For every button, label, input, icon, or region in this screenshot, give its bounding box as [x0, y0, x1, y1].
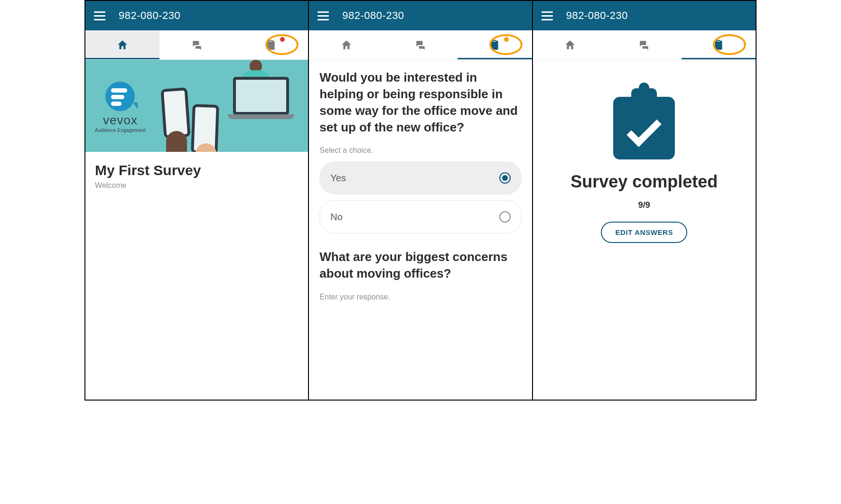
home-icon	[340, 39, 353, 51]
brand-name: vevox	[95, 113, 146, 128]
clipboard-icon	[265, 39, 277, 51]
tab-home[interactable]	[85, 30, 159, 59]
tab-bar	[533, 30, 756, 60]
tab-qa[interactable]	[383, 30, 458, 59]
tab-bar	[85, 30, 308, 60]
edit-answers-button[interactable]: EDIT ANSWERS	[601, 222, 687, 243]
tab-qa[interactable]	[159, 30, 234, 59]
screen-home: 982-080-230 vevox Audience Engagement	[85, 1, 309, 400]
tab-home[interactable]	[533, 30, 607, 59]
hero-banner: vevox Audience Engagement	[85, 60, 308, 152]
question-text: What are your biggest concerns about mov…	[319, 249, 521, 282]
choice-label: Yes	[330, 173, 346, 184]
app-header: 982-080-230	[85, 1, 308, 30]
completion-progress: 9/9	[533, 200, 756, 210]
home-icon	[116, 39, 129, 51]
menu-icon[interactable]	[542, 9, 553, 22]
survey-subtitle: Welcome	[95, 181, 299, 190]
tab-bar	[309, 30, 532, 60]
brand-tagline: Audience Engagement	[95, 128, 146, 133]
session-id: 982-080-230	[119, 9, 180, 22]
notification-dot-icon	[504, 37, 509, 42]
radio-icon	[499, 172, 511, 184]
screen-survey-question: 982-080-230 Would you be interested in h…	[309, 1, 533, 400]
tab-survey[interactable]	[458, 30, 532, 59]
question-text: Would you be interested in helping or be…	[319, 69, 521, 136]
chat-icon	[638, 39, 650, 51]
clipboard-check-icon	[608, 88, 680, 159]
survey-title: My First Survey	[95, 162, 299, 178]
brand-logo: vevox Audience Engagement	[95, 82, 146, 133]
choice-option-yes[interactable]: Yes	[319, 161, 521, 195]
notification-dot-icon	[280, 37, 285, 42]
session-id: 982-080-230	[342, 9, 404, 22]
choice-option-no[interactable]: No	[319, 200, 521, 233]
clipboard-icon	[488, 39, 501, 51]
completion-title: Survey completed	[533, 172, 756, 192]
chat-icon	[191, 39, 203, 51]
tab-home[interactable]	[309, 30, 383, 59]
app-header: 982-080-230	[533, 1, 756, 30]
app-header: 982-080-230	[309, 1, 532, 30]
hero-hand-illustration	[166, 131, 187, 152]
screen-survey-complete: 982-080-230 Survey completed 9/9 EDIT AN…	[533, 1, 756, 400]
session-id: 982-080-230	[566, 9, 628, 22]
question-hint: Select a choice.	[319, 146, 521, 155]
menu-icon[interactable]	[318, 9, 329, 22]
clipboard-icon	[712, 39, 725, 51]
tab-qa[interactable]	[607, 30, 681, 59]
chat-icon	[414, 39, 427, 51]
radio-icon	[499, 211, 511, 223]
tab-survey[interactable]	[682, 30, 756, 59]
home-icon	[564, 39, 576, 51]
question-hint: Enter your response.	[319, 293, 521, 301]
hero-laptop-illustration	[233, 77, 299, 127]
choice-label: No	[330, 212, 343, 223]
menu-icon[interactable]	[94, 9, 105, 22]
tab-survey[interactable]	[234, 30, 308, 59]
